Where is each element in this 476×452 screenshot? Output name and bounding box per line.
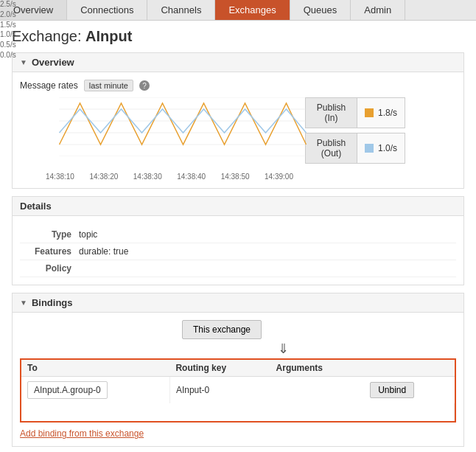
binding-to-cell: AInput.A.group-0 xyxy=(21,377,169,404)
binding-empty-row xyxy=(21,403,455,421)
bindings-chevron-icon: ▼ xyxy=(20,299,27,307)
chart-with-axes: 2.5/s 2.0/s 1.5/s 1.0/s 0.5/s 0.0/s xyxy=(20,97,293,181)
arrow-down-icon: ⇓ xyxy=(108,341,456,357)
nav-item-connections[interactable]: Connections xyxy=(67,0,147,20)
top-navigation: Overview Connections Channels Exchanges … xyxy=(0,0,476,21)
bindings-col-routing-key: Routing key xyxy=(169,360,270,377)
nav-item-admin[interactable]: Admin xyxy=(351,0,405,20)
nav-item-overview[interactable]: Overview xyxy=(0,0,67,20)
details-value-type: topic xyxy=(79,229,97,240)
details-header-label: Details xyxy=(20,201,52,212)
details-value-features: durable: true xyxy=(79,246,128,257)
binding-arguments-cell xyxy=(270,377,365,404)
publish-in-stat: Publish(In) 1.8/s xyxy=(305,97,405,128)
publish-out-value: 1.0/s xyxy=(357,133,405,163)
bindings-col-arguments: Arguments xyxy=(270,360,365,377)
details-label-features: Features xyxy=(20,246,79,257)
details-section-header: Details xyxy=(13,197,463,216)
details-row-policy: Policy xyxy=(20,260,456,277)
unbind-button[interactable]: Unbind xyxy=(370,382,414,398)
publish-in-value: 1.8/s xyxy=(357,98,405,128)
binding-routing-key-cell: AInput-0 xyxy=(169,377,270,404)
message-rates-label: Message rates xyxy=(20,80,78,91)
binding-to-value: AInput.A.group-0 xyxy=(27,381,108,399)
rate-stats: Publish(In) 1.8/s Publish(Out) xyxy=(305,97,405,164)
x-axis-labels: 14:38:10 14:38:20 14:38:30 14:38:40 14:3… xyxy=(20,173,293,181)
this-exchange-button[interactable]: This exchange xyxy=(182,320,262,339)
chart-area: 2.5/s 2.0/s 1.5/s 1.0/s 0.5/s 0.0/s xyxy=(20,97,456,181)
nav-item-queues[interactable]: Queues xyxy=(290,0,351,20)
binding-row: AInput.A.group-0 AInput-0 Unbind xyxy=(21,377,455,404)
overview-section: ▼ Overview Message rates last minute ? 2… xyxy=(12,52,464,189)
add-binding-link[interactable]: Add binding from this exchange xyxy=(20,428,456,439)
publish-out-stat: Publish(Out) 1.0/s xyxy=(305,133,405,164)
message-rates-row: Message rates last minute ? xyxy=(20,80,456,91)
details-row-features: Features durable: true xyxy=(20,243,456,260)
binding-unbind-cell: Unbind xyxy=(364,377,454,404)
bindings-col-action xyxy=(364,360,454,377)
page-title: Exchange: AInput xyxy=(12,28,464,45)
help-icon[interactable]: ? xyxy=(139,80,150,91)
overview-header-label: Overview xyxy=(32,57,74,68)
nav-item-exchanges[interactable]: Exchanges xyxy=(215,0,290,20)
bindings-section-header[interactable]: ▼ Bindings xyxy=(13,293,463,313)
overview-chevron-icon: ▼ xyxy=(20,58,27,66)
publish-out-color-dot xyxy=(365,144,374,153)
details-table: Type topic Features durable: true Policy xyxy=(20,226,456,277)
details-label-type: Type xyxy=(20,229,79,240)
details-section: Details Type topic Features durable: tru… xyxy=(12,196,464,285)
details-row-type: Type topic xyxy=(20,226,456,243)
chart-svg-container xyxy=(46,97,319,171)
line-chart xyxy=(46,97,319,156)
bindings-col-to: To xyxy=(21,360,169,377)
bindings-body: This exchange ⇓ To Routing key Arguments xyxy=(13,313,463,446)
bindings-section: ▼ Bindings This exchange ⇓ To Routing ke… xyxy=(12,293,464,447)
time-badge[interactable]: last minute xyxy=(84,80,133,91)
details-label-policy: Policy xyxy=(20,263,79,274)
overview-section-header[interactable]: ▼ Overview xyxy=(13,53,463,72)
bindings-header-label: Bindings xyxy=(32,297,73,308)
bindings-table-wrapper: To Routing key Arguments AInput.A.group-… xyxy=(20,358,456,423)
publish-in-color-dot xyxy=(365,108,374,117)
nav-item-channels[interactable]: Channels xyxy=(147,0,215,20)
bindings-table: To Routing key Arguments AInput.A.group-… xyxy=(21,360,455,421)
